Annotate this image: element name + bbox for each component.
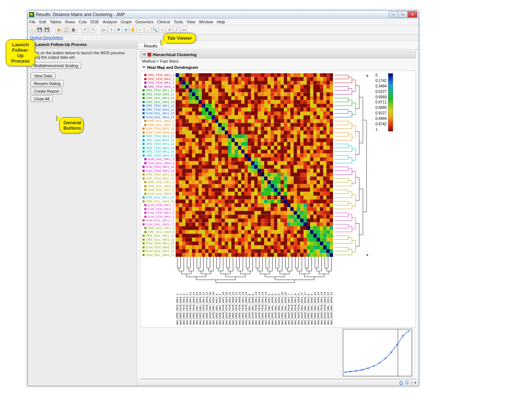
disclose-icon[interactable] [142, 54, 146, 56]
line-icon[interactable]: ╱ [173, 27, 180, 33]
brush-icon[interactable]: ⌖ [137, 27, 144, 33]
svg-rect-1308 [215, 177, 218, 181]
menu-tables[interactable]: Tables [50, 20, 62, 24]
svg-rect-1541 [192, 196, 195, 200]
svg-rect-1860 [294, 219, 297, 223]
svg-rect-1417 [258, 184, 261, 188]
svg-rect-2206 [326, 246, 330, 250]
mds-button[interactable]: Multidimensional Scaling [31, 62, 81, 69]
svg-rect-88 [307, 77, 310, 81]
svg-rect-1532 [320, 192, 323, 196]
create-report-button[interactable]: Create Report [31, 88, 62, 94]
svg-rect-763 [317, 131, 320, 135]
svg-rect-1247 [330, 169, 333, 173]
menu-help[interactable]: Help [217, 20, 225, 24]
side-header[interactable]: Launch Follow-Up Process [28, 41, 137, 48]
svg-rect-2047 [277, 234, 281, 238]
menu-genomics[interactable]: Genomics [136, 20, 154, 24]
svg-rect-140 [320, 81, 323, 85]
scree-plot[interactable] [343, 329, 412, 376]
minimize-button[interactable]: — [389, 11, 398, 17]
tab-results[interactable]: Results [138, 42, 163, 49]
report-area[interactable]: Hierarchical Clustering Method = Fast Wa… [137, 50, 419, 379]
heatmap[interactable] [176, 73, 333, 257]
hotspot-icon[interactable] [148, 53, 151, 56]
pin-icon[interactable] [405, 381, 409, 385]
menu-clinical[interactable]: Clinical [157, 20, 170, 24]
menu-rows[interactable]: Rows [65, 20, 75, 24]
zoom-icon[interactable]: 🔍 [152, 27, 158, 33]
redo-icon[interactable]: ↷ [89, 27, 95, 33]
svg-rect-1914 [313, 223, 317, 227]
menu-tools[interactable]: Tools [174, 20, 183, 24]
menu-file[interactable]: File [29, 20, 36, 24]
svg-rect-1274 [261, 173, 264, 177]
svg-rect-74 [261, 77, 264, 81]
svg-rect-1372 [267, 180, 271, 184]
output-description-link[interactable]: Output Description [30, 35, 63, 40]
row-dendrogram[interactable] [334, 73, 371, 257]
svg-rect-247 [199, 93, 202, 97]
close-all-button[interactable]: Close All [31, 95, 53, 102]
scroll-icon[interactable]: ⊕ [122, 27, 129, 33]
svg-rect-1676 [320, 203, 323, 207]
print-icon[interactable]: 🖶 [70, 27, 77, 33]
svg-rect-981 [244, 150, 248, 154]
close-button[interactable]: ✕ [408, 11, 417, 17]
savecopy-icon[interactable]: 💾 [44, 27, 50, 33]
svg-rect-2251 [317, 249, 320, 253]
svg-rect-1429 [297, 184, 300, 188]
chevron-down-icon[interactable]: ▾ [414, 380, 416, 385]
svg-rect-1600 [228, 200, 231, 204]
svg-rect-1927 [199, 226, 202, 230]
view-data-button[interactable]: View Data [31, 72, 55, 79]
svg-rect-196 [189, 89, 192, 93]
datatable-icon[interactable]: ▦ [55, 27, 62, 33]
svg-rect-389 [192, 104, 195, 108]
disclose-icon[interactable] [142, 66, 146, 68]
column-dendrogram[interactable] [176, 257, 333, 290]
svg-rect-888 [254, 142, 258, 146]
svg-rect-2150 [300, 242, 304, 246]
svg-rect-1321 [258, 177, 261, 181]
help-icon[interactable]: ? [108, 27, 114, 33]
svg-rect-829 [218, 138, 222, 142]
annotate-icon[interactable]: Ａ [166, 27, 173, 33]
heatmap-header[interactable]: Heat Map and Dendrogram [140, 64, 416, 71]
crosshair-icon[interactable]: ＋ [159, 27, 165, 33]
menu-view[interactable]: View [187, 20, 195, 24]
titlebar[interactable]: Results: Distance Matrix and Clustering … [28, 11, 419, 19]
svg-rect-1575 [304, 196, 307, 200]
pointer-icon[interactable]: ▷ [101, 27, 107, 33]
svg-rect-1680 [176, 207, 179, 211]
svg-rect-972 [215, 150, 218, 154]
save-icon[interactable]: 💾 [36, 27, 43, 33]
shape-icon[interactable]: ▭ [181, 27, 187, 33]
grabber-icon[interactable]: ✋ [130, 27, 136, 33]
menu-window[interactable]: Window [199, 20, 213, 24]
svg-rect-324 [294, 96, 297, 100]
svg-rect-402 [235, 104, 238, 108]
reopen-dialog-button[interactable]: Reopen Dialog [31, 80, 64, 87]
menu-graph[interactable]: Graph [121, 20, 132, 24]
hierarchical-header[interactable]: Hierarchical Clustering [140, 51, 416, 58]
lasso-icon[interactable]: ◌ [144, 27, 151, 33]
svg-rect-1865 [310, 219, 313, 223]
maximize-button[interactable]: ▭ [398, 11, 408, 17]
copy-icon[interactable]: 📋 [63, 27, 69, 33]
menu-doe[interactable]: DOE [90, 20, 99, 24]
selection-icon[interactable]: ✥ [115, 27, 122, 33]
svg-rect-2015 [330, 230, 333, 234]
svg-rect-1444 [189, 188, 192, 192]
svg-rect-353 [231, 100, 235, 104]
svg-rect-1518 [274, 192, 277, 196]
open-icon[interactable]: 🗀 [29, 27, 36, 33]
svg-rect-460 [267, 108, 271, 112]
menu-edit[interactable]: Edit [39, 20, 46, 24]
menu-analyze[interactable]: Analyze [103, 20, 117, 24]
undo-icon[interactable]: ↶ [82, 27, 88, 33]
side-instructions: Click on the button below to launch the … [31, 51, 134, 59]
menu-cols[interactable]: Cols [79, 20, 87, 24]
svg-rect-1790 [222, 215, 225, 219]
home-icon[interactable] [399, 381, 403, 385]
